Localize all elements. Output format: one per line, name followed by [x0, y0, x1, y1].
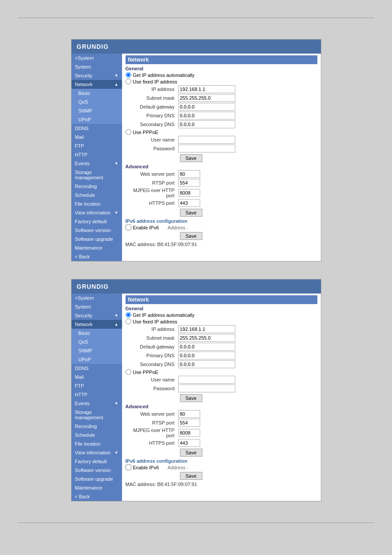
ip-address-input-2[interactable]	[178, 325, 235, 333]
rtsp-port-input-1[interactable]	[178, 179, 200, 187]
sidebar-item-sw-version[interactable]: Software version	[72, 226, 122, 235]
radio-auto-2[interactable]	[126, 312, 131, 318]
https-port-input-1[interactable]	[178, 199, 200, 207]
mjpeg-port-row-2: MJPEG over HTTP port	[126, 428, 317, 438]
sidebar2-item-mail[interactable]: Mail	[72, 373, 122, 381]
sidebar-item-sw-upgrade[interactable]: Software upgrade	[72, 235, 122, 243]
sidebar2-item-back[interactable]: < Back	[72, 492, 122, 501]
sidebar-item-ddns[interactable]: DDNS	[72, 124, 122, 133]
ipv6-label-1: Enable IPv6	[133, 225, 159, 230]
subnet-mask-row-2: Subnet mask	[126, 334, 317, 342]
secondary-dns-input-1[interactable]	[178, 120, 235, 128]
save-button-2[interactable]: Save	[180, 209, 202, 217]
https-port-row-1: HTTPS port	[126, 199, 317, 207]
ip-address-input-1[interactable]	[178, 85, 235, 93]
password-input-1[interactable]	[178, 145, 235, 152]
username-input-1[interactable]	[178, 136, 235, 144]
sidebar-item-upnp[interactable]: UPnP	[72, 115, 122, 124]
sidebar-item-view-info[interactable]: View information▼	[72, 208, 122, 217]
save-button-3[interactable]: Save	[180, 232, 202, 240]
sidebar-item-maintenance[interactable]: Maintenance	[72, 243, 122, 252]
save-button-6[interactable]: Save	[180, 472, 202, 480]
sidebar2-item-factory[interactable]: Factory default	[72, 457, 122, 466]
ipv6-row-1: Enable IPv6 Address :	[126, 225, 317, 230]
rtsp-port-input-2[interactable]	[178, 419, 200, 427]
save-row-2: Save	[126, 209, 317, 217]
sidebar2-item-network[interactable]: Network▲	[72, 320, 122, 329]
password-label-1: Password	[126, 146, 178, 151]
sidebar2-item-ddns[interactable]: DDNS	[72, 364, 122, 373]
primary-dns-input-2[interactable]	[178, 352, 235, 359]
sidebar-item-basic[interactable]: Basic	[72, 89, 122, 98]
ipv6-title-2: IPv6 address configuration	[126, 458, 317, 464]
default-gateway-input-2[interactable]	[178, 343, 235, 351]
sidebar-item-events[interactable]: Events▼	[72, 159, 122, 168]
password-input-2[interactable]	[178, 385, 235, 392]
sidebar-item-ftp[interactable]: FTP	[72, 141, 122, 150]
password-label-2: Password	[126, 386, 178, 391]
sidebar2-item-maintenance[interactable]: Maintenance	[72, 483, 122, 492]
sidebar2-item-http[interactable]: HTTP	[72, 390, 122, 399]
secondary-dns-input-2[interactable]	[178, 360, 235, 368]
save-button-5[interactable]: Save	[180, 449, 202, 457]
primary-dns-input-1[interactable]	[178, 112, 235, 120]
subnet-mask-row-1: Subnet mask	[126, 94, 317, 102]
sidebar2-item-basic[interactable]: Basic	[72, 329, 122, 337]
sidebar2-item-sw-version[interactable]: Software version	[72, 466, 122, 475]
sidebar2-item-security[interactable]: Security▼	[72, 311, 122, 320]
sidebar-item-system-parent[interactable]: >System	[72, 54, 122, 62]
sidebar-item-file-location[interactable]: File location	[72, 200, 122, 208]
subnet-mask-input-2[interactable]	[178, 334, 235, 342]
web-server-port-input-2[interactable]	[178, 410, 200, 418]
sidebar-item-mail[interactable]: Mail	[72, 133, 122, 141]
sidebar2-item-ftp[interactable]: FTP	[72, 381, 122, 390]
ipv6-checkbox-1[interactable]	[126, 225, 131, 230]
sidebar-item-network[interactable]: Network▲	[72, 80, 122, 89]
sidebar2-item-events[interactable]: Events▼	[72, 399, 122, 408]
sidebar2-item-system[interactable]: System	[72, 302, 122, 311]
sidebar2-item-upnp[interactable]: UPnP	[72, 355, 122, 364]
mjpeg-port-input-2[interactable]	[178, 429, 200, 437]
sidebar-item-security[interactable]: Security▼	[72, 71, 122, 80]
sidebar-item-factory[interactable]: Factory default	[72, 217, 122, 226]
ipv6-checkbox-2[interactable]	[126, 464, 131, 470]
sidebar2-item-snmp[interactable]: SNMP	[72, 346, 122, 355]
subnet-mask-input-1[interactable]	[178, 94, 235, 102]
sidebar-item-http[interactable]: HTTP	[72, 150, 122, 159]
sidebar2-item-system-parent[interactable]: >System	[72, 294, 122, 302]
sidebar-item-schedule[interactable]: Schedule	[72, 191, 122, 200]
sidebar2-item-qos[interactable]: QoS	[72, 337, 122, 346]
save-button-1[interactable]: Save	[180, 154, 202, 162]
radio-pppoe-1[interactable]	[126, 129, 131, 135]
radio-pppoe-label-1: Use PPPoE	[133, 130, 158, 135]
sidebar-item-back[interactable]: < Back	[72, 252, 122, 261]
https-port-input-2[interactable]	[178, 439, 200, 447]
mjpeg-port-input-1[interactable]	[178, 189, 200, 197]
sidebar2-item-recording[interactable]: Recording	[72, 422, 122, 431]
sidebar-item-qos[interactable]: QoS	[72, 98, 122, 106]
radio-fixed-2[interactable]	[126, 319, 131, 324]
save-button-4[interactable]: Save	[180, 394, 202, 402]
web-server-port-input-1[interactable]	[178, 170, 200, 178]
sidebar2-item-schedule[interactable]: Schedule	[72, 431, 122, 439]
sidebar2-item-file-location[interactable]: File location	[72, 439, 122, 448]
sidebar-item-system[interactable]: System	[72, 62, 122, 71]
sidebar-item-recording[interactable]: Recording	[72, 182, 122, 191]
radio-fixed-1[interactable]	[126, 79, 131, 84]
sidebar2-item-sw-upgrade[interactable]: Software upgrade	[72, 475, 122, 483]
save-row-1: Save	[126, 154, 317, 162]
general-title-1: General	[126, 66, 317, 71]
radio-pppoe-2[interactable]	[126, 369, 131, 375]
radio-auto-1[interactable]	[126, 72, 131, 78]
radio-pppoe-label-2: Use PPPoE	[133, 370, 158, 375]
secondary-dns-row-2: Secondary DNS	[126, 360, 317, 368]
radio-pppoe-row-2: Use PPPoE	[126, 369, 317, 375]
sidebar-item-storage[interactable]: Storage management	[72, 168, 122, 182]
username-input-2[interactable]	[178, 376, 235, 384]
sidebar2-item-storage[interactable]: Storage management	[72, 408, 122, 422]
radio-auto-label-2: Get IP address automatically	[133, 312, 194, 318]
default-gateway-input-1[interactable]	[178, 103, 235, 111]
mjpeg-port-label-1: MJPEG over HTTP port	[126, 188, 178, 198]
sidebar2-item-view-info[interactable]: View information▼	[72, 448, 122, 457]
sidebar-item-snmp[interactable]: SNMP	[72, 106, 122, 115]
